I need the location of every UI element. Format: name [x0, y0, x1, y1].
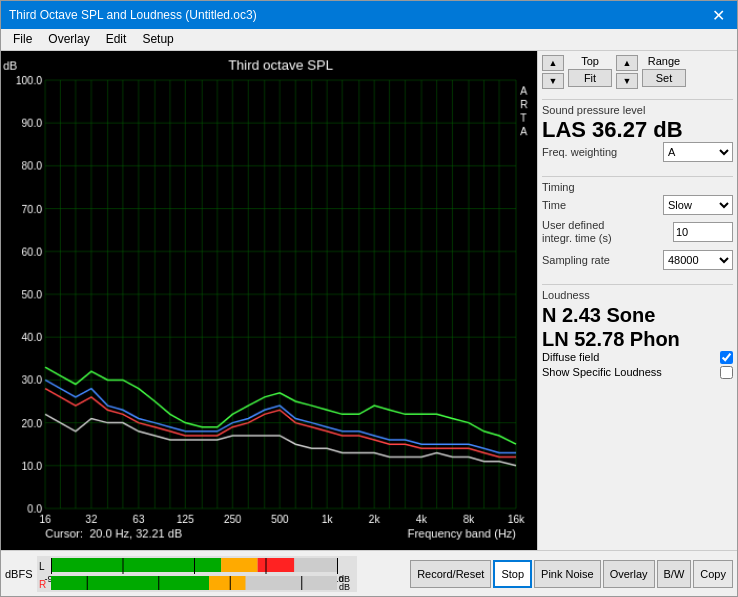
meter-canvas [37, 556, 357, 592]
show-specific-row: Show Specific Loudness [542, 366, 733, 379]
time-row: Time Slow Fast Impulse [542, 195, 733, 215]
spl-value: LAS 36.27 dB [542, 118, 733, 142]
menu-setup[interactable]: Setup [134, 31, 181, 48]
show-specific-label: Show Specific Loudness [542, 366, 662, 378]
loudness-section: Loudness N 2.43 Sone LN 52.78 Phon Diffu… [542, 289, 733, 381]
menu-file[interactable]: File [5, 31, 40, 48]
main-window: Third Octave SPL and Loudness (Untitled.… [0, 0, 738, 597]
window-title: Third Octave SPL and Loudness (Untitled.… [9, 8, 257, 22]
sampling-rate-row: Sampling rate 44100 48000 96000 [542, 250, 733, 270]
user-integr-label: User defined integr. time (s) [542, 219, 632, 245]
diffuse-field-row: Diffuse field [542, 351, 733, 364]
sampling-rate-select[interactable]: 44100 48000 96000 [663, 250, 733, 270]
range-up-btn[interactable]: ▲ [616, 55, 638, 71]
time-label: Time [542, 199, 566, 211]
menu-edit[interactable]: Edit [98, 31, 135, 48]
overlay-btn[interactable]: Overlay [603, 560, 655, 588]
fit-btn[interactable]: Fit [568, 69, 612, 87]
freq-weighting-select[interactable]: A B C Z [663, 142, 733, 162]
time-select[interactable]: Slow Fast Impulse [663, 195, 733, 215]
range-down-btn[interactable]: ▼ [616, 73, 638, 89]
right-panel: ▲ ▼ Top Fit ▲ ▼ Range Set Sou [537, 51, 737, 550]
copy-btn[interactable]: Copy [693, 560, 733, 588]
spl-section: Sound pressure level LAS 36.27 dB Freq. … [542, 104, 733, 166]
ln-value: LN 52.78 Phon [542, 327, 733, 351]
menu-overlay[interactable]: Overlay [40, 31, 97, 48]
user-integr-row: User defined integr. time (s) [542, 219, 733, 245]
range-nav-group: ▲ ▼ [616, 55, 638, 89]
timing-section: Timing Time Slow Fast Impulse User defin… [542, 181, 733, 273]
user-integr-input[interactable] [673, 222, 733, 242]
loudness-label: Loudness [542, 289, 733, 301]
set-btn[interactable]: Set [642, 69, 686, 87]
diffuse-field-checkbox[interactable] [720, 351, 733, 364]
range-group-labeled: Range Set [642, 55, 686, 89]
top-nav-group: ▲ ▼ [542, 55, 564, 89]
bw-btn[interactable]: B/W [657, 560, 692, 588]
menu-bar: File Overlay Edit Setup [1, 29, 737, 51]
top-up-btn[interactable]: ▲ [542, 55, 564, 71]
nav-controls: ▲ ▼ Top Fit ▲ ▼ Range Set [542, 55, 733, 89]
dbfs-label: dBFS [5, 568, 33, 580]
range-label: Range [648, 55, 680, 67]
bottom-bar: dBFS Record/Reset Stop Pink Noise Overla… [1, 550, 737, 596]
top-down-btn[interactable]: ▼ [542, 73, 564, 89]
show-specific-checkbox[interactable] [720, 366, 733, 379]
top-group-labeled: Top Fit [568, 55, 612, 89]
pink-noise-btn[interactable]: Pink Noise [534, 560, 601, 588]
stop-btn[interactable]: Stop [493, 560, 532, 588]
diffuse-field-label: Diffuse field [542, 351, 599, 363]
meter-section [37, 556, 407, 592]
title-bar: Third Octave SPL and Loudness (Untitled.… [1, 1, 737, 29]
timing-label: Timing [542, 181, 733, 193]
freq-weighting-label: Freq. weighting [542, 146, 617, 158]
content-area: ▲ ▼ Top Fit ▲ ▼ Range Set Sou [1, 51, 737, 550]
spl-section-label: Sound pressure level [542, 104, 733, 116]
freq-weighting-row: Freq. weighting A B C Z [542, 142, 733, 162]
sampling-rate-label: Sampling rate [542, 254, 610, 266]
bottom-buttons: Record/Reset Stop Pink Noise Overlay B/W… [410, 560, 733, 588]
close-button[interactable]: ✕ [708, 6, 729, 25]
n-value: N 2.43 Sone [542, 303, 733, 327]
top-label: Top [581, 55, 599, 67]
record-reset-btn[interactable]: Record/Reset [410, 560, 491, 588]
chart-area [1, 51, 537, 550]
